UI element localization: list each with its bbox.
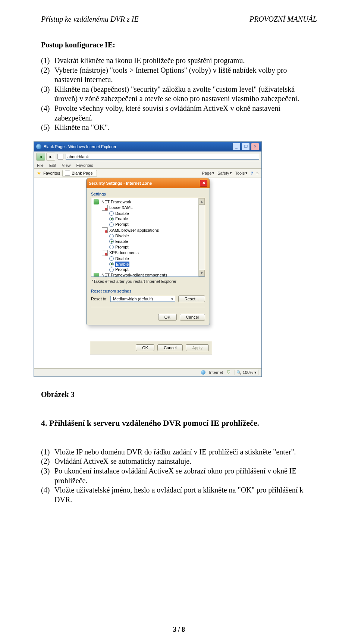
ss-titlebar: Security Settings - Internet Zone ✕ (87, 178, 210, 188)
xps-docs-icon (102, 250, 108, 256)
menu-edit[interactable]: Edit (49, 163, 56, 168)
cancel-button[interactable]: Cancel (180, 314, 205, 321)
ie-favorites-bar: ★ Favorites Blank Page Page ▾ Safety ▾ T… (34, 169, 261, 178)
list-item: Povolte všechny volby, které souvisí s o… (54, 104, 317, 123)
menu-file[interactable]: File (37, 163, 44, 168)
radio[interactable] (109, 222, 114, 227)
screenshot-figure: Blank Page - Windows Internet Explorer _… (34, 141, 262, 377)
page-number: 3 / 8 (173, 626, 185, 633)
tree-scrollbar[interactable]: ▲ ▼ (198, 198, 205, 276)
list-item: Klikněte na (bezpečnost) "security" zálo… (54, 85, 317, 104)
maximize-button[interactable]: ❐ (242, 143, 250, 150)
settings-group-label: Settings (91, 192, 205, 196)
tab-label: Blank Page (72, 171, 92, 175)
radio[interactable] (109, 211, 114, 216)
list-number: (1) (41, 447, 54, 457)
radio-selected[interactable] (109, 217, 114, 221)
ok-button[interactable]: OK (158, 314, 177, 321)
help-icon[interactable]: ? (251, 171, 253, 175)
steps-1: (1)Dvakrát klikněte na ikonu IE prohlíže… (41, 56, 317, 132)
radio[interactable] (109, 268, 114, 272)
zoom-control[interactable]: 🔍 100% ▾ (235, 370, 258, 375)
list-item: Vyberte (nástroje) "tools > Internet Opt… (54, 66, 317, 85)
ie-address-bar: ◄ ► about:blank (34, 151, 261, 162)
tree-node: XAML browser applications (109, 228, 159, 233)
radio-label-highlighted: Enable (115, 262, 129, 267)
io-ok-button[interactable]: OK (136, 344, 154, 351)
list-number: (5) (41, 123, 54, 132)
forward-button[interactable]: ► (46, 153, 55, 161)
xaml-apps-icon (102, 227, 108, 233)
list-item: Po ukončení instalace ovládání ActiveX s… (54, 466, 317, 485)
tree-node: Loose XAML (109, 205, 133, 210)
reset-level-dropdown[interactable]: Medium-high (default) (110, 296, 175, 302)
io-apply-button[interactable]: Apply (186, 344, 209, 351)
list-number: (4) (41, 104, 54, 123)
internet-options-buttons: OK Cancel Apply (90, 341, 212, 354)
list-item: Klikněte na "OK". (54, 123, 317, 132)
ie-status-bar: Internet ⛉ 🔍 100% ▾ (34, 368, 261, 376)
restart-hint: *Takes effect after you restart Internet… (91, 279, 205, 284)
steps-2: (1)Vložte IP nebo doménu DVR do řádku za… (41, 447, 317, 505)
tree-node: .NET Framework-reliant components (100, 272, 167, 277)
tab-page-icon (65, 171, 70, 176)
radio-label: Disable (115, 256, 129, 262)
reset-to-label: Reset to: (91, 297, 107, 301)
close-icon[interactable]: ✕ (200, 180, 207, 187)
list-number: (3) (41, 85, 54, 104)
radio-label: Prompt (115, 244, 128, 250)
net-framework-icon (94, 199, 99, 204)
close-button[interactable]: ✕ (251, 143, 259, 150)
favorites-star-icon: ★ (37, 171, 41, 176)
favorites-label[interactable]: Favorites (43, 171, 60, 175)
list-number: (2) (41, 457, 54, 466)
back-button[interactable]: ◄ (36, 153, 45, 161)
ie-titlebar: Blank Page - Windows Internet Explorer _… (34, 142, 261, 151)
list-item: Ovládání ActiveX se automaticky nainstal… (54, 457, 317, 466)
radio-selected[interactable] (109, 262, 114, 266)
address-input[interactable]: about:blank (66, 154, 259, 160)
list-number: (1) (41, 56, 54, 66)
list-number: (2) (41, 66, 54, 85)
scroll-down-icon[interactable]: ▼ (199, 270, 205, 276)
radio-label: Enable (115, 216, 128, 222)
reset-button[interactable]: Reset... (178, 296, 205, 302)
radio-label: Enable (115, 239, 128, 244)
loose-xaml-icon (102, 205, 108, 211)
radio[interactable] (109, 234, 114, 238)
radio-selected[interactable] (109, 239, 114, 244)
scroll-track[interactable] (199, 205, 205, 270)
ie-content-area: Internet Options Security Settings - Int… (34, 178, 261, 368)
list-number: (3) (41, 466, 54, 485)
zoom-icon: 🔍 (236, 370, 242, 375)
menu-view[interactable]: View (62, 163, 71, 168)
window-title: Blank Page - Windows Internet Explorer (44, 144, 116, 149)
radio-label: Prompt (115, 267, 128, 272)
net-reliant-icon (94, 273, 99, 277)
page-footer: 3 / 8 (0, 626, 358, 634)
radio-label: Disable (115, 233, 129, 239)
section-2-heading: 4. Přihlášení k serveru vzdáleného DVR p… (41, 418, 317, 428)
security-settings-dialog: Security Settings - Internet Zone ✕ Sett… (86, 178, 210, 325)
ie-logo-icon (36, 144, 41, 149)
io-cancel-button[interactable]: Cancel (157, 344, 183, 351)
page-icon (57, 154, 63, 160)
browser-tab[interactable]: Blank Page (62, 170, 97, 176)
scroll-up-icon[interactable]: ▲ (199, 198, 205, 205)
tools-menu[interactable]: Tools ▾ (235, 171, 248, 175)
radio-label: Disable (115, 211, 129, 216)
header-right: PROVOZNÍ MANUÁL (249, 15, 317, 24)
chevron-more-icon[interactable]: » (256, 171, 258, 175)
radio[interactable] (109, 256, 114, 261)
settings-tree[interactable]: .NET Framework Loose XAML Disable Enable… (91, 198, 205, 277)
section-1-title: Postup konfigurace IE: (41, 41, 317, 49)
radio[interactable] (109, 245, 114, 249)
tree-node: .NET Framework (100, 199, 131, 205)
safety-menu[interactable]: Safety ▾ (217, 171, 232, 175)
minimize-button[interactable]: _ (232, 143, 241, 150)
menu-favorites[interactable]: Favorites (76, 163, 93, 168)
page: Přístup ke vzdálenému DVR z IE PROVOZNÍ … (0, 0, 358, 644)
header-left: Přístup ke vzdálenému DVR z IE (41, 15, 139, 24)
zoom-value: 100% (243, 370, 253, 375)
page-menu[interactable]: Page ▾ (202, 171, 215, 175)
